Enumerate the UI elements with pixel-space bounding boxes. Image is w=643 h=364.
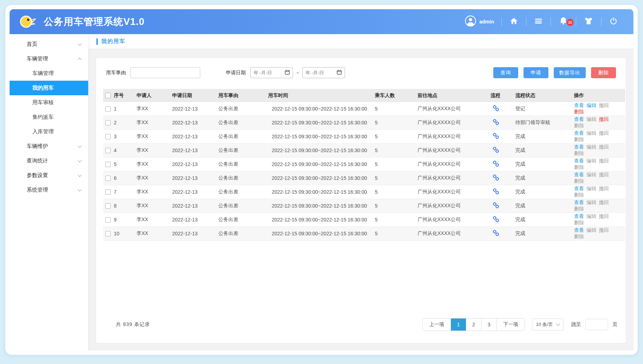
action-gray-link[interactable]: 编辑: [586, 213, 596, 219]
action-gray-link[interactable]: 删除: [574, 206, 584, 212]
action-gray-link[interactable]: 编辑: [586, 199, 596, 205]
sidebar-item[interactable]: 我的用车: [10, 81, 88, 95]
row-checkbox[interactable]: [105, 189, 111, 195]
page-button[interactable]: 2: [466, 318, 482, 331]
sidebar-item[interactable]: 参数设置: [10, 168, 88, 183]
flow-chain-icon[interactable]: [493, 230, 499, 236]
row-checkbox[interactable]: [105, 217, 111, 223]
action-blue-link[interactable]: 查看: [574, 116, 584, 122]
action-gray-link[interactable]: 编辑: [586, 130, 596, 136]
sidebar-item-label: 入库管理: [32, 128, 54, 135]
action-blue-link[interactable]: 查看: [574, 213, 584, 219]
action-gray-link[interactable]: 删除: [574, 220, 584, 225]
action-gray-link[interactable]: 编辑: [586, 144, 596, 150]
date-start-input[interactable]: 年 -月-日: [250, 67, 293, 78]
flow-chain-icon[interactable]: [493, 160, 499, 167]
row-select-cell: 8: [103, 199, 134, 213]
next-page-button[interactable]: 下一项: [497, 318, 525, 331]
reason-cell: 公务出差: [216, 227, 266, 241]
action-blue-link[interactable]: 查看: [574, 144, 584, 150]
action-gray-link[interactable]: 编辑: [586, 158, 596, 164]
date-end-input[interactable]: 年 -月-日: [302, 67, 345, 78]
action-gray-link[interactable]: 撤回: [599, 186, 609, 191]
action-blue-link[interactable]: 查看: [574, 227, 584, 233]
action-gray-link[interactable]: 删除: [574, 192, 584, 198]
home-button[interactable]: [502, 16, 526, 27]
action-gray-link[interactable]: 撤回: [599, 102, 609, 108]
flow-chain-icon[interactable]: [493, 174, 499, 181]
action-gray-link[interactable]: 编辑: [586, 186, 596, 191]
logout-button[interactable]: [601, 16, 626, 27]
action-red-link[interactable]: 删除: [574, 109, 584, 114]
sidebar-item[interactable]: 集约派车: [10, 110, 88, 124]
sidebar-item[interactable]: 入库管理: [10, 124, 88, 139]
action-gray-link[interactable]: 删除: [574, 136, 584, 142]
action-gray-link[interactable]: 撤回: [599, 158, 609, 164]
menu-toggle-button[interactable]: [526, 16, 551, 27]
page-button[interactable]: 1: [451, 318, 466, 331]
action-gray-link[interactable]: 撤回: [599, 130, 609, 136]
action-gray-link[interactable]: 撤回: [599, 213, 609, 219]
flow-chain-icon[interactable]: [493, 119, 499, 125]
sidebar-item[interactable]: 车辆管理: [10, 66, 88, 81]
notifications-button[interactable]: 30: [551, 16, 576, 27]
action-red-link[interactable]: 撤回: [599, 116, 609, 122]
filter-button[interactable]: 删除: [591, 67, 616, 78]
action-gray-link[interactable]: 撤回: [599, 172, 609, 177]
action-gray-link[interactable]: 编辑: [586, 172, 596, 177]
flow-chain-icon[interactable]: [493, 105, 499, 112]
select-all-checkbox[interactable]: [105, 93, 111, 98]
action-blue-link[interactable]: 查看: [574, 172, 584, 177]
theme-button[interactable]: [576, 16, 601, 27]
action-gray-link[interactable]: 编辑: [586, 116, 596, 122]
user-menu[interactable]: admin: [457, 15, 501, 28]
filter-button[interactable]: 申请: [524, 67, 548, 78]
row-checkbox[interactable]: [105, 231, 111, 236]
page-size-select[interactable]: 10 条/页: [532, 318, 563, 331]
action-gray-link[interactable]: 删除: [574, 150, 584, 156]
sidebar-item[interactable]: 首页: [10, 37, 88, 52]
action-gray-link[interactable]: 编辑: [586, 227, 596, 233]
flow-chain-icon[interactable]: [493, 188, 499, 195]
sidebar-item[interactable]: 系统管理: [10, 183, 88, 197]
jump-page-input[interactable]: [585, 319, 608, 330]
flow-chain-icon[interactable]: [493, 146, 499, 153]
action-blue-link[interactable]: 编辑: [586, 102, 596, 108]
filter-button[interactable]: 查询: [493, 67, 518, 78]
prev-page-button[interactable]: 上一项: [423, 318, 451, 331]
reason-filter-input[interactable]: [131, 67, 200, 78]
action-gray-link[interactable]: 删除: [574, 234, 584, 239]
action-gray-link[interactable]: 删除: [574, 123, 584, 128]
page-button[interactable]: 3: [482, 318, 497, 331]
flow-chain-icon[interactable]: [493, 202, 499, 209]
flow-chain-icon[interactable]: [493, 133, 499, 139]
row-checkbox[interactable]: [105, 203, 111, 209]
action-blue-link[interactable]: 查看: [574, 130, 584, 136]
flow-chain-icon[interactable]: [493, 216, 499, 223]
row-checkbox[interactable]: [105, 120, 111, 125]
sidebar-item[interactable]: 车辆维护: [10, 139, 88, 154]
flow-cell: [488, 227, 513, 241]
chevron-up-icon: [78, 58, 81, 61]
reason-cell: 公务出差: [216, 199, 266, 213]
applicant-cell: 李XX: [134, 116, 170, 130]
row-checkbox[interactable]: [105, 176, 111, 181]
action-gray-link[interactable]: 撤回: [599, 199, 609, 205]
row-checkbox[interactable]: [105, 148, 111, 153]
sidebar-item[interactable]: 查询统计: [10, 154, 88, 168]
row-checkbox[interactable]: [105, 162, 111, 167]
filter-button[interactable]: 数据导出: [554, 67, 586, 78]
action-gray-link[interactable]: 撤回: [599, 144, 609, 150]
action-blue-link[interactable]: 查看: [574, 199, 584, 205]
action-gray-link[interactable]: 撤回: [599, 227, 609, 233]
sidebar-item[interactable]: 用车审核: [10, 95, 88, 110]
sidebar-item[interactable]: 车辆管理: [10, 52, 88, 66]
action-blue-link[interactable]: 查看: [574, 158, 584, 164]
action-blue-link[interactable]: 查看: [574, 186, 584, 191]
action-gray-link[interactable]: 删除: [574, 178, 584, 184]
action-blue-link[interactable]: 查看: [574, 102, 584, 108]
row-checkbox[interactable]: [105, 134, 111, 139]
row-checkbox[interactable]: [105, 106, 111, 112]
content-card: 用车事由 申请日期 年 -月-日: [96, 58, 626, 343]
action-gray-link[interactable]: 删除: [574, 164, 584, 170]
